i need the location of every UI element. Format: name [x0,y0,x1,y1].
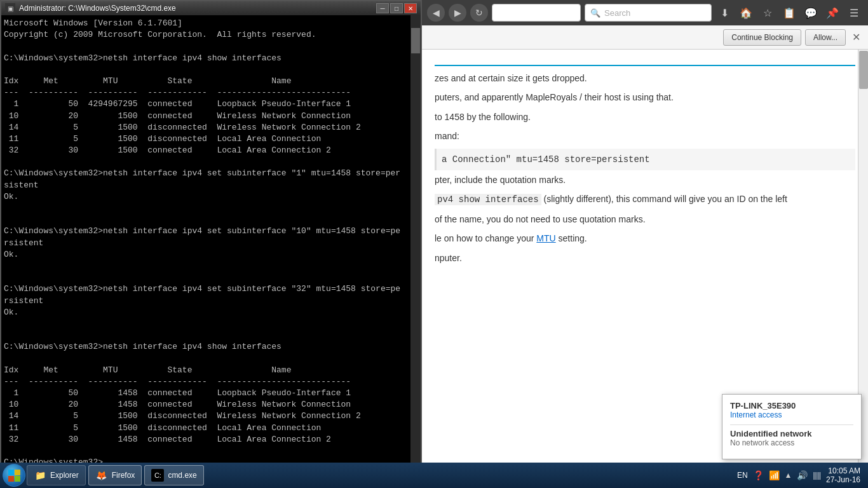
search-icon: 🔍 [590,8,600,18]
search-placeholder: Search [604,8,630,18]
svg-rect-1 [15,470,20,475]
svg-rect-0 [8,470,14,475]
search-bar[interactable]: 🔍 Search [585,4,712,22]
explorer-icon: 📁 [34,469,46,482]
cmd-window[interactable]: ▣ Administrator: C:\Windows\System32\cmd… [0,0,422,464]
clock-time: 10:05 AM [826,466,860,475]
taskbar-tray: EN ❓ 📶 ▲ 🔊 |||| 10:05 AM 27-Jun-16 [732,466,865,485]
blocking-bar-close-button[interactable]: ✕ [850,31,863,43]
taskbar-cmd-button[interactable]: C: cmd.exe [144,465,203,485]
network-status-1: Internet access [730,410,853,419]
firefox-icon: 🦊 [95,469,108,482]
interfaces-code: pv4 show interfaces [435,194,541,205]
back-button[interactable]: ◀ [427,4,445,22]
cmd-icon: ▣ [5,3,15,13]
content-para-1: zes and at certain size it gets dropped. [435,71,855,85]
pocket-button[interactable]: 📌 [824,4,841,22]
help-icon: ❓ [753,470,764,480]
network-status-2: No network access [730,438,853,447]
content-para-9: nputer. [435,251,855,265]
bookmark-star-button[interactable]: ☆ [759,4,776,22]
content-para-3: to 1458 by the following. [435,110,855,124]
browser-navbar: ◀ ▶ ↻ 🔍 Search ⬇ 🏠 ☆ 📋 💬 📌 ☰ [422,0,868,25]
network-name-2: Unidentified network [730,429,853,438]
refresh-button[interactable]: ↻ [470,4,488,22]
content-para-5: pter, include the quotation marks. [435,173,855,187]
volume-icon[interactable]: 🔊 [797,470,808,480]
cmd-scrollbar[interactable] [410,15,421,463]
cmd-title: Administrator: C:\Windows\System32\cmd.e… [19,4,376,13]
cmd-maximize-button[interactable]: □ [390,3,403,13]
taskbar: 📁 Explorer 🦊 Firefox C: cmd.exe EN ❓ 📶 ▲… [0,463,868,488]
taskbar-explorer-button[interactable]: 📁 Explorer [27,465,86,485]
cmd-taskbar-icon: C: [151,469,164,482]
explorer-label: Explorer [50,471,79,480]
content-para-4: mand: [435,129,855,143]
svg-rect-2 [8,476,14,482]
content-code-block: a Connection" mtu=1458 store=persistent [435,149,855,170]
address-bar[interactable] [492,4,581,22]
network-item-1: TP-LINK_35E390 Internet access [730,401,853,419]
cmd-scroll-thumb[interactable] [411,28,420,53]
cmd-titlebar: ▣ Administrator: C:\Windows\System32\cmd… [1,1,421,15]
tray-clock: 10:05 AM 27-Jun-16 [826,466,860,485]
network-item-2: Unidentified network No network access [730,429,853,447]
tray-language: EN [737,471,748,480]
bookmark-manage-button[interactable]: 📋 [780,4,798,22]
download-button[interactable]: ⬇ [715,4,733,22]
home-button[interactable]: 🏠 [737,4,755,22]
forward-button[interactable]: ▶ [449,4,466,22]
content-para-6: pv4 show interfaces (slightly different)… [435,192,855,207]
start-button[interactable] [3,464,25,487]
taskbar-firefox-button[interactable]: 🦊 Firefox [88,465,142,485]
cmd-controls[interactable]: ─ □ ✕ [376,3,417,13]
firefox-label: Firefox [112,471,135,480]
menu-button[interactable]: ☰ [845,4,863,22]
cmd-taskbar-label: cmd.exe [168,471,196,480]
network-popup: TP-LINK_35E390 Internet access Unidentif… [722,394,862,459]
network-icon[interactable]: 📶 [769,470,780,480]
network-divider [730,424,853,425]
cmd-close-button[interactable]: ✕ [404,3,417,13]
content-para-2: puters, and apparently MapleRoyals / the… [435,90,855,104]
browser-scroll-thumb[interactable] [859,51,868,89]
signal-bars-icon: |||| [813,471,820,480]
arrow-icon[interactable]: ▲ [785,471,792,480]
svg-rect-3 [15,476,20,482]
mtu-link[interactable]: MTU [536,233,555,243]
allow-button[interactable]: Allow... [805,29,846,46]
windows-logo-icon [7,468,21,482]
content-para-7: of the name, you do not need to use quot… [435,212,855,226]
clock-date: 27-Jun-16 [826,475,860,484]
content-separator [435,65,855,66]
cmd-minimize-button[interactable]: ─ [376,3,389,13]
sync-button[interactable]: 💬 [802,4,820,22]
cmd-content: Microsoft Windows [Version 6.1.7601] Cop… [1,15,421,463]
cmd-output: Microsoft Windows [Version 6.1.7601] Cop… [1,15,421,463]
continue-blocking-button[interactable]: Continue Blocking [723,29,801,46]
blocking-bar: Continue Blocking Allow... ✕ [422,25,868,50]
content-para-8: le on how to change your MTU setting. [435,231,855,245]
network-name-1: TP-LINK_35E390 [730,401,853,410]
